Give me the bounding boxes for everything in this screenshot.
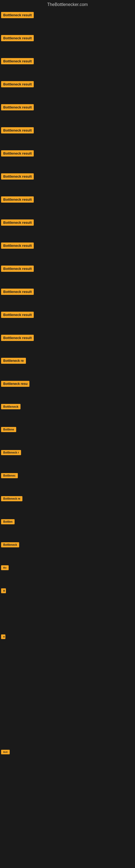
bottleneck-item: Bottleneck r	[0, 447, 135, 470]
bottleneck-item	[0, 793, 135, 816]
bottleneck-badge[interactable]: Bottlenec	[1, 473, 18, 478]
bottleneck-badge[interactable]: Bo	[1, 565, 9, 570]
bottleneck-item: Bottleneck result	[0, 55, 135, 79]
bottleneck-item: Bottleneck re	[0, 493, 135, 517]
bottleneck-badge[interactable]: Bottleneck result	[1, 312, 34, 318]
bottleneck-item: B	[0, 632, 135, 655]
bottleneck-badge[interactable]: Bottleneck result	[1, 35, 34, 41]
bottleneck-item: Bottleneck	[0, 401, 135, 424]
bottleneck-item	[0, 678, 135, 701]
bottleneck-item: Bottleneck result	[0, 79, 135, 101]
bottleneck-badge[interactable]: Bottleneck result	[1, 289, 34, 295]
bottleneck-item	[0, 816, 135, 839]
bottleneck-badge[interactable]: Bottleneck result	[1, 335, 34, 341]
bottleneck-badge[interactable]: Bottleneck result	[1, 127, 34, 133]
bottleneck-item: Bottleneck result	[0, 217, 135, 240]
bottleneck-badge[interactable]: Bottleneck result	[1, 150, 34, 156]
bottleneck-item: Bottlenec	[0, 470, 135, 493]
bottleneck-badge[interactable]: Bottleneck result	[1, 81, 34, 87]
bottleneck-item: Bott	[0, 747, 135, 770]
bottleneck-badge[interactable]: Bott	[1, 750, 10, 754]
bottleneck-item: Bottleneck result	[0, 286, 135, 309]
bottleneck-item: Bottleneck result	[0, 9, 135, 32]
bottleneck-badge[interactable]: Bottleneck	[1, 542, 19, 547]
bottleneck-badge[interactable]: Bottleneck re	[1, 496, 22, 501]
bottleneck-item: Bottleneck result	[0, 101, 135, 124]
bottleneck-badge[interactable]: Bottleneck result	[1, 12, 34, 18]
bottleneck-item: Bo	[0, 563, 135, 586]
bottleneck-item: Bottleneck result	[0, 32, 135, 55]
bottleneck-badge[interactable]: Bottleneck result	[1, 173, 34, 180]
bottleneck-item: Bottlene	[0, 424, 135, 447]
bottleneck-badge[interactable]: B	[1, 588, 6, 593]
bottleneck-item: Bottleneck result	[0, 263, 135, 286]
bottleneck-item	[0, 609, 135, 632]
bottleneck-badge[interactable]: Bottleneck result	[1, 266, 34, 272]
bottleneck-item: Bottleneck result	[0, 124, 135, 148]
bottleneck-item	[0, 770, 135, 793]
bottleneck-item: Bottleneck resu	[0, 378, 135, 401]
bottleneck-item	[0, 655, 135, 678]
bottleneck-item	[0, 701, 135, 724]
site-title: TheBottlenecker.com	[0, 0, 135, 9]
bottleneck-badge[interactable]: Bottlen	[1, 519, 14, 524]
bottleneck-badge[interactable]: B	[1, 634, 5, 639]
bottleneck-item: Bottleneck	[0, 539, 135, 563]
bottleneck-badge[interactable]: Bottleneck result	[1, 58, 34, 64]
bottleneck-item: Bottleneck result	[0, 148, 135, 170]
bottleneck-item: Bottleneck result	[0, 240, 135, 263]
bottleneck-item: B	[0, 586, 135, 609]
bottleneck-badge[interactable]: Bottlene	[1, 427, 16, 432]
bottleneck-item: Bottleneck result	[0, 309, 135, 332]
bottleneck-badge[interactable]: Bottleneck	[1, 404, 20, 409]
bottleneck-badge[interactable]: Bottleneck result	[1, 196, 34, 203]
bottleneck-badge[interactable]: Bottleneck result	[1, 219, 34, 226]
bottleneck-item: Bottleneck result	[0, 332, 135, 355]
bottleneck-badge[interactable]: Bottleneck r	[1, 450, 21, 455]
bottleneck-item: Bottleneck re	[0, 355, 135, 378]
bottleneck-badge[interactable]: Bottleneck result	[1, 104, 34, 111]
bottleneck-badge[interactable]: Bottleneck resu	[1, 381, 30, 387]
bottleneck-item	[0, 839, 135, 862]
bottleneck-badge[interactable]: Bottleneck re	[1, 358, 26, 364]
bottleneck-item: Bottleneck result	[0, 194, 135, 217]
bottleneck-item: Bottleneck result	[0, 170, 135, 194]
bottleneck-badge[interactable]: Bottleneck result	[1, 243, 34, 249]
bottleneck-item: Bottlen	[0, 517, 135, 539]
bottleneck-item	[0, 724, 135, 747]
